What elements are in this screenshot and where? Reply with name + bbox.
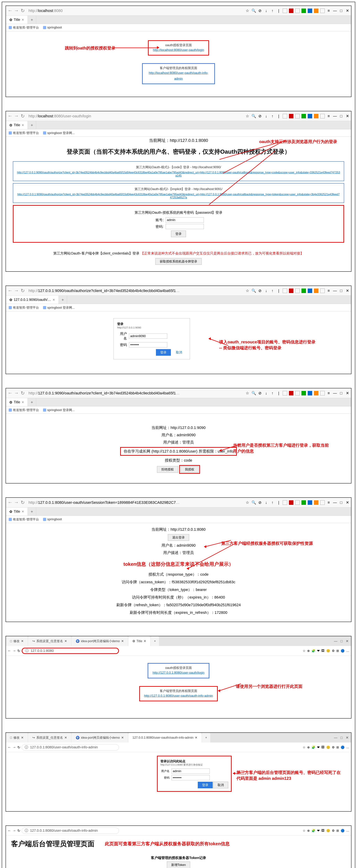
bookmark[interactable]: 有道智库-管理平台 bbox=[9, 131, 39, 135]
forward-icon[interactable]: → bbox=[12, 829, 16, 833]
url-field[interactable]: http://localhost:8080 bbox=[26, 8, 65, 13]
forward-icon[interactable]: → bbox=[13, 8, 19, 13]
menu-icon[interactable]: ≡ bbox=[326, 8, 331, 13]
forward-icon[interactable]: → bbox=[13, 113, 19, 119]
maximize-icon[interactable]: □ bbox=[339, 114, 344, 118]
menu-icon[interactable]: ≡ bbox=[326, 288, 331, 293]
back-icon[interactable]: ← bbox=[8, 745, 11, 749]
reload-icon[interactable]: ↻ bbox=[20, 113, 25, 119]
edge-tab-active[interactable]: ✿ Title ✕ bbox=[128, 636, 150, 646]
maximize-icon[interactable]: □ bbox=[339, 500, 344, 505]
edge-tab[interactable]: □ 修改 ✕ bbox=[6, 733, 28, 743]
upload-icon[interactable]: ↑ bbox=[270, 114, 275, 118]
new-tab-button[interactable]: + bbox=[28, 16, 36, 24]
menu-icon[interactable]: ≡ bbox=[326, 391, 331, 396]
upload-icon[interactable]: ↑ bbox=[270, 8, 275, 13]
new-tab-button[interactable]: + bbox=[28, 121, 36, 129]
url-field[interactable]: ⓘ 127.0.0.1:8080/user-oauth/oauth-info-a… bbox=[22, 828, 119, 834]
bookmark[interactable]: springboot 登录网... bbox=[43, 408, 75, 412]
url-field[interactable]: http://127.0.0.1:9090/oauth/authorize?cl… bbox=[26, 288, 183, 293]
tab[interactable]: ✿127.0.0.1:9090/oauth/…✕ bbox=[6, 296, 59, 304]
ext-icon[interactable] bbox=[308, 114, 312, 118]
reload-icon[interactable]: ↻ bbox=[20, 390, 25, 396]
url-field[interactable]: http://localhost:8080/user-oauth/login bbox=[26, 114, 93, 118]
allow-button[interactable]: 我授权 bbox=[181, 466, 199, 473]
tab[interactable]: ✿Title✕ bbox=[6, 16, 28, 24]
password-input[interactable] bbox=[166, 224, 204, 229]
logout-button[interactable]: 退出登录 bbox=[168, 534, 189, 541]
maximize-icon[interactable]: □ bbox=[339, 288, 344, 293]
ext-icon[interactable] bbox=[320, 8, 325, 13]
forward-icon[interactable]: → bbox=[13, 500, 19, 505]
url-field[interactable]: http://127.0.0.1:9090/oauth/authorize?cl… bbox=[26, 391, 183, 396]
bookmark[interactable]: springboot 登录网... bbox=[43, 131, 75, 135]
close-icon[interactable]: ✕ bbox=[22, 123, 24, 127]
forward-icon[interactable]: → bbox=[12, 745, 16, 749]
edge-tab-active[interactable]: 127.0.0.1:8080/user-oauth/oauth-info-adm… bbox=[128, 733, 202, 743]
search-icon[interactable]: 🔍 bbox=[251, 8, 256, 13]
forward-icon[interactable]: → bbox=[13, 390, 19, 396]
bookmark[interactable]: 有道智库-管理平台 bbox=[9, 26, 39, 30]
bookmark[interactable]: springboot 登录网... bbox=[43, 306, 75, 310]
maximize-icon[interactable]: □ bbox=[340, 736, 343, 740]
tab[interactable]: ✿Title✕ bbox=[6, 507, 28, 516]
reload-icon[interactable]: ↻ bbox=[18, 745, 20, 749]
login-button[interactable]: 登录 bbox=[171, 230, 186, 237]
login-button[interactable]: 登录 bbox=[198, 782, 213, 788]
forward-icon[interactable]: → bbox=[12, 649, 16, 653]
ext-icon[interactable] bbox=[320, 114, 325, 118]
reload-icon[interactable]: ↻ bbox=[20, 8, 25, 13]
edge-tab[interactable]: □ 修改 ✕ bbox=[6, 636, 28, 646]
ext-icon[interactable] bbox=[308, 8, 312, 13]
url-field[interactable]: ⓘ 127.0.0.1:8080 bbox=[22, 648, 119, 654]
ext-icon[interactable] bbox=[295, 8, 300, 13]
admin-page-link[interactable]: http://localhost:8080/user-oauth/oauth-i… bbox=[147, 70, 210, 82]
bookmark[interactable]: springboot bbox=[43, 518, 62, 521]
ext-icon[interactable] bbox=[314, 114, 319, 118]
star-icon[interactable]: ☆ bbox=[245, 114, 250, 118]
ext-icon[interactable] bbox=[314, 8, 319, 13]
minimize-icon[interactable]: — bbox=[334, 736, 337, 740]
back-icon[interactable]: ← bbox=[8, 649, 11, 653]
back-icon[interactable]: ← bbox=[7, 113, 13, 119]
bookmark[interactable]: springboot bbox=[43, 26, 62, 29]
minimize-icon[interactable]: — bbox=[334, 639, 337, 643]
code-mode-link[interactable]: http://127.0.0.1:9090/oauth/authorize?cl… bbox=[17, 171, 340, 177]
deny-button[interactable]: 拒绝授权 bbox=[157, 466, 178, 473]
download-icon[interactable]: ↓ bbox=[264, 8, 268, 13]
minimize-icon[interactable]: — bbox=[333, 114, 337, 118]
close-icon[interactable]: ✕ bbox=[346, 736, 349, 740]
maximize-icon[interactable]: □ bbox=[339, 391, 344, 396]
new-tab-button[interactable]: + bbox=[202, 733, 210, 743]
ext-icon[interactable] bbox=[283, 114, 287, 118]
client-credentials-button[interactable]: 获取授权系统机器令牌登录 bbox=[155, 258, 202, 265]
ext-icon[interactable] bbox=[301, 8, 306, 13]
tab[interactable]: ✿Title✕ bbox=[6, 121, 28, 129]
new-token-button[interactable]: 新增Token bbox=[167, 862, 190, 868]
url-field[interactable]: http://127.0.0.1:8080/user-oauth/userSes… bbox=[26, 500, 183, 505]
edge-tab[interactable]: 🧿 idea-port拷贝者编辑小demo ✕ bbox=[71, 733, 128, 743]
close-icon[interactable]: ✕ bbox=[22, 18, 24, 22]
shield-icon[interactable]: ⊘ bbox=[258, 114, 262, 118]
back-icon[interactable]: ← bbox=[7, 390, 13, 396]
oauth-login-link[interactable]: http://127.0.0.1:8080/user-oauth/login bbox=[152, 670, 204, 676]
tab[interactable]: ✿Title✕ bbox=[6, 398, 28, 406]
ext-icon[interactable] bbox=[301, 114, 306, 118]
maximize-icon[interactable]: □ bbox=[340, 639, 343, 643]
download-icon[interactable]: ↓ bbox=[264, 114, 268, 118]
shield-icon[interactable]: ⊘ bbox=[258, 8, 262, 13]
minimize-icon[interactable]: — bbox=[333, 500, 337, 505]
url-field[interactable]: ⓘ 127.0.0.1:8080/user-oauth/oauth-info-a… bbox=[22, 744, 119, 750]
edge-tab[interactable]: ↪ 系统设置_任意签名 ✕ bbox=[28, 636, 71, 646]
edge-tab[interactable]: 🧿 idea-port拷贝者编辑小demo ✕ bbox=[71, 636, 128, 646]
new-tab-button[interactable]: + bbox=[151, 636, 159, 646]
implicit-mode-link[interactable]: http://127.0.0.1:9090/oauth/authorize?cl… bbox=[17, 193, 340, 199]
login-button[interactable]: 登录 bbox=[156, 349, 171, 356]
reload-icon[interactable]: ↻ bbox=[18, 829, 20, 833]
minimize-icon[interactable]: — bbox=[333, 391, 337, 396]
close-icon[interactable]: ✕ bbox=[346, 639, 349, 643]
reload-icon[interactable]: ↻ bbox=[20, 500, 25, 505]
reload-icon[interactable]: ↻ bbox=[20, 288, 25, 293]
close-icon[interactable]: ✕ bbox=[345, 114, 350, 118]
close-icon[interactable]: ✕ bbox=[345, 288, 350, 293]
